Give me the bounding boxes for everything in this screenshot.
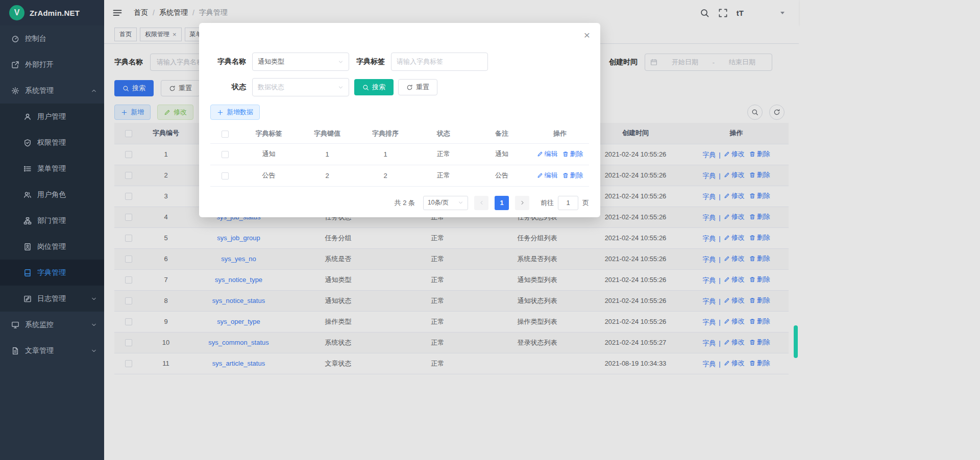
trash-icon bbox=[562, 151, 569, 157]
remark-cell: 通知 bbox=[473, 143, 531, 165]
dialog-form-row-1: 字典名称 通知类型 字典标签 请输入字典标签 bbox=[210, 53, 589, 71]
remark-cell: 公告 bbox=[473, 165, 531, 186]
dict-data-dialog: × 字典名称 通知类型 字典标签 请输入字典标签 状态 数据状态 bbox=[199, 23, 600, 217]
row-actions: 编辑删除 bbox=[531, 165, 589, 186]
edit-link[interactable]: 编辑 bbox=[537, 149, 558, 159]
page-size-select[interactable]: 10条/页 bbox=[423, 196, 468, 210]
dialog-dict-label-label: 字典标签 bbox=[356, 57, 385, 66]
select-all-checkbox[interactable] bbox=[222, 131, 229, 138]
sort-cell: 1 bbox=[356, 143, 414, 165]
delete-link[interactable]: 删除 bbox=[562, 149, 583, 159]
delete-link[interactable]: 删除 bbox=[562, 171, 583, 180]
dict-name-select[interactable]: 通知类型 bbox=[252, 53, 349, 71]
column-header: 操作 bbox=[531, 124, 589, 143]
row-checkbox[interactable] bbox=[222, 172, 229, 180]
pagination: 共 2 条 10条/页 1 前往 1 页 bbox=[210, 196, 589, 210]
column-header: 字典排序 bbox=[356, 124, 414, 143]
dialog-search-button[interactable]: 搜索 bbox=[354, 79, 394, 95]
row-actions: 编辑删除 bbox=[531, 143, 589, 165]
dialog-reset-button[interactable]: 重置 bbox=[398, 79, 437, 95]
pencil-icon bbox=[537, 172, 543, 178]
status-cell: 正常 bbox=[414, 143, 473, 165]
chevron-down-icon bbox=[458, 200, 463, 206]
search-icon bbox=[362, 84, 369, 91]
scrollbar-thumb[interactable] bbox=[794, 325, 798, 358]
plus-icon bbox=[217, 109, 224, 116]
sort-cell: 2 bbox=[356, 165, 414, 186]
status-cell: 正常 bbox=[414, 165, 473, 186]
label-cell: 公告 bbox=[239, 165, 298, 186]
current-page-button[interactable]: 1 bbox=[495, 196, 509, 210]
page-unit-label: 页 bbox=[582, 198, 589, 208]
value-cell: 2 bbox=[298, 165, 356, 186]
column-header: 状态 bbox=[414, 124, 473, 143]
column-header: 字典键值 bbox=[298, 124, 356, 143]
goto-label: 前往 bbox=[541, 198, 554, 208]
app-window: V ZrAdmin.NET 控制台外部打开系统管理用户管理权限管理菜单管理用户角… bbox=[0, 0, 980, 460]
dialog-close-icon[interactable]: × bbox=[584, 30, 590, 40]
total-count: 共 2 条 bbox=[395, 198, 415, 208]
chevron-right-icon bbox=[520, 200, 525, 206]
trash-icon bbox=[562, 172, 569, 178]
pencil-icon bbox=[537, 151, 543, 157]
chevron-left-icon bbox=[479, 200, 484, 206]
page-jump-input[interactable]: 1 bbox=[558, 196, 578, 210]
refresh-icon bbox=[406, 84, 413, 91]
value-cell: 1 bbox=[298, 143, 356, 165]
dict-label-input[interactable]: 请输入字典标签 bbox=[391, 53, 488, 71]
next-page-button[interactable] bbox=[515, 196, 529, 210]
column-header: 备注 bbox=[473, 124, 531, 143]
status-select[interactable]: 数据状态 bbox=[252, 78, 349, 96]
edit-link[interactable]: 编辑 bbox=[537, 171, 558, 180]
dialog-dict-name-label: 字典名称 bbox=[210, 57, 246, 66]
dialog-body: 字典名称 通知类型 字典标签 请输入字典标签 状态 数据状态 搜索 bbox=[199, 23, 600, 210]
dialog-form-row-2: 状态 数据状态 搜索 重置 bbox=[210, 78, 589, 96]
dialog-table-body: 通知11正常通知编辑删除公告22正常公告编辑删除 bbox=[210, 143, 589, 186]
chevron-down-icon bbox=[338, 59, 344, 65]
label-cell: 通知 bbox=[239, 143, 298, 165]
prev-page-button[interactable] bbox=[474, 196, 488, 210]
table-row: 公告22正常公告编辑删除 bbox=[210, 165, 589, 186]
dialog-status-label: 状态 bbox=[210, 83, 246, 92]
add-data-button[interactable]: 新增数据 bbox=[210, 105, 260, 120]
chevron-down-icon bbox=[338, 85, 344, 90]
table-row: 通知11正常通知编辑删除 bbox=[210, 143, 589, 165]
dialog-table-head: 字典标签字典键值字典排序状态备注操作 bbox=[210, 124, 589, 143]
row-checkbox[interactable] bbox=[222, 151, 229, 158]
column-header: 字典标签 bbox=[239, 124, 298, 143]
dialog-table: 字典标签字典键值字典排序状态备注操作 通知11正常通知编辑删除公告22正常公告编… bbox=[210, 124, 589, 187]
